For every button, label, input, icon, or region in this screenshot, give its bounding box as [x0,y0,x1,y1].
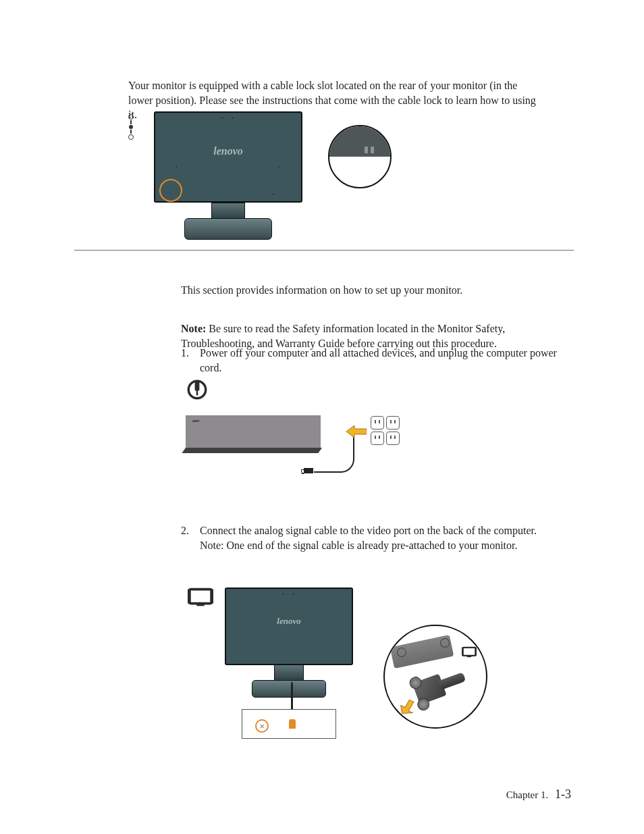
svg-rect-11 [462,648,464,656]
lock-slot-highlight [159,179,182,202]
lock-slot-callout [328,125,392,188]
svg-rect-9 [196,604,204,606]
step-2-text-a: Connect the analog signal cable to the v… [200,525,537,536]
video-port-callout [383,625,487,729]
step-1-number: 1. [181,346,189,361]
monitor-icon [462,646,477,661]
monitor-brand-logo: lenovo [213,145,243,157]
unplug-arrow-icon [346,424,367,442]
chapter-label: Chapter 1. [506,789,548,800]
svg-rect-10 [462,648,476,656]
step-2-number: 2. [181,523,189,538]
wall-outlet-icon [371,416,400,445]
cable-connector-highlight [289,719,296,729]
svg-rect-13 [467,656,472,657]
svg-rect-12 [475,648,477,656]
connect-arrow-icon [398,698,416,718]
step-1: 1. Power off your computer and all attac… [200,346,564,375]
svg-marker-14 [400,699,416,714]
document-page: Your monitor is equipped with a cable lo… [0,0,644,834]
vga-connector [410,658,475,715]
video-port-highlight: ✕ [255,719,269,733]
step-2-text-b: Note: One end of the signal cable is alr… [200,540,518,551]
monitor-rear-illustration: • • lenovo • • • • [140,111,316,246]
svg-rect-7 [188,590,191,604]
setup-section-intro: This section provides information on how… [181,284,559,296]
svg-rect-8 [210,590,213,604]
step-2: 2. Connect the analog signal cable to th… [200,523,564,552]
page-footer: Chapter 1. 1-3 [506,787,571,802]
page-number: 1-3 [555,787,571,801]
monitor-rear-illustration-2: • • lenovo [225,588,353,698]
monitor-icon [188,588,213,610]
cable-lock-icon [128,114,134,140]
section-divider [74,250,574,251]
svg-marker-5 [346,425,367,438]
monitor-brand-logo-2: lenovo [277,616,300,627]
note-label: Note: [181,323,206,334]
svg-rect-6 [189,590,212,604]
computer-case [186,415,321,448]
signal-cable-figure: • • lenovo ✕ [181,588,505,746]
cable-lock-figure: • • lenovo • • • • [128,111,392,246]
step-1-text: Power off your computer and all attached… [200,347,557,373]
power-off-figure [179,378,395,493]
power-plug-icon [186,378,209,404]
